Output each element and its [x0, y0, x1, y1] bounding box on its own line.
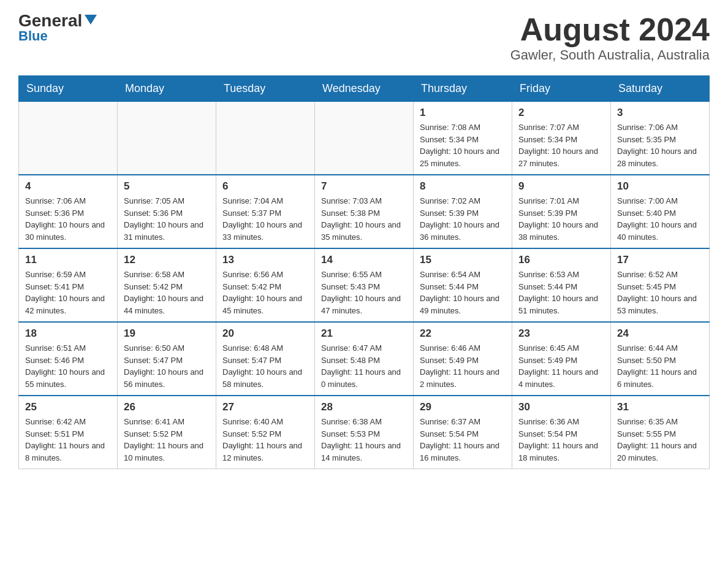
day-info: Sunrise: 6:35 AMSunset: 5:55 PMDaylight:…: [617, 416, 703, 464]
day-number: 31: [617, 401, 703, 413]
day-number: 25: [25, 401, 111, 413]
day-number: 12: [124, 254, 210, 266]
day-number: 30: [518, 401, 604, 413]
day-number: 13: [222, 254, 308, 266]
calendar-week-row-4: 18Sunrise: 6:51 AMSunset: 5:46 PMDayligh…: [19, 322, 710, 396]
day-info: Sunrise: 6:54 AMSunset: 5:44 PMDaylight:…: [420, 269, 506, 316]
day-info: Sunrise: 7:08 AMSunset: 5:34 PMDaylight:…: [420, 121, 506, 169]
calendar-cell: 2Sunrise: 7:07 AMSunset: 5:34 PMDaylight…: [512, 102, 611, 175]
day-info: Sunrise: 6:44 AMSunset: 5:50 PMDaylight:…: [617, 342, 703, 390]
day-info: Sunrise: 6:52 AMSunset: 5:45 PMDaylight:…: [617, 269, 703, 316]
day-number: 23: [518, 327, 604, 340]
calendar-cell: 8Sunrise: 7:02 AMSunset: 5:39 PMDaylight…: [414, 175, 512, 248]
day-info: Sunrise: 7:06 AMSunset: 5:36 PMDaylight:…: [25, 195, 111, 243]
calendar-cell: [19, 102, 118, 175]
day-info: Sunrise: 6:58 AMSunset: 5:42 PMDaylight:…: [124, 269, 210, 316]
day-number: 2: [518, 107, 604, 119]
logo-general-text: General: [18, 12, 82, 29]
day-info: Sunrise: 6:45 AMSunset: 5:49 PMDaylight:…: [518, 342, 604, 390]
day-number: 17: [617, 254, 703, 266]
calendar-week-row-1: 1Sunrise: 7:08 AMSunset: 5:34 PMDaylight…: [19, 102, 710, 175]
calendar-cell: 20Sunrise: 6:48 AMSunset: 5:47 PMDayligh…: [216, 322, 315, 396]
logo-triangle-icon: [85, 15, 97, 25]
page-header: General Blue August 2024 Gawler, South A…: [18, 12, 710, 63]
calendar-cell: 28Sunrise: 6:38 AMSunset: 5:53 PMDayligh…: [315, 396, 414, 469]
day-info: Sunrise: 6:48 AMSunset: 5:47 PMDaylight:…: [222, 342, 308, 390]
day-info: Sunrise: 7:04 AMSunset: 5:37 PMDaylight:…: [222, 195, 308, 243]
day-number: 26: [124, 401, 210, 413]
day-number: 28: [321, 401, 407, 413]
logo-blue-text: Blue: [18, 29, 48, 43]
day-number: 11: [25, 254, 111, 266]
calendar-week-row-5: 25Sunrise: 6:42 AMSunset: 5:51 PMDayligh…: [19, 396, 710, 469]
calendar-cell: 9Sunrise: 7:01 AMSunset: 5:39 PMDaylight…: [512, 175, 611, 248]
calendar-cell: 18Sunrise: 6:51 AMSunset: 5:46 PMDayligh…: [19, 322, 118, 396]
calendar-cell: 7Sunrise: 7:03 AMSunset: 5:38 PMDaylight…: [315, 175, 414, 248]
calendar-day-header-saturday: Saturday: [611, 76, 710, 102]
day-info: Sunrise: 6:56 AMSunset: 5:42 PMDaylight:…: [222, 269, 308, 316]
calendar-day-header-thursday: Thursday: [414, 76, 512, 102]
day-number: 24: [617, 327, 703, 340]
day-info: Sunrise: 6:41 AMSunset: 5:52 PMDaylight:…: [124, 416, 210, 464]
calendar-cell: 14Sunrise: 6:55 AMSunset: 5:43 PMDayligh…: [315, 248, 414, 322]
day-info: Sunrise: 7:02 AMSunset: 5:39 PMDaylight:…: [420, 195, 506, 243]
calendar-cell: 19Sunrise: 6:50 AMSunset: 5:47 PMDayligh…: [118, 322, 216, 396]
day-number: 20: [222, 327, 308, 340]
day-number: 10: [617, 180, 703, 193]
calendar-cell: 17Sunrise: 6:52 AMSunset: 5:45 PMDayligh…: [611, 248, 710, 322]
calendar-cell: 10Sunrise: 7:00 AMSunset: 5:40 PMDayligh…: [611, 175, 710, 248]
day-number: 7: [321, 180, 407, 193]
day-info: Sunrise: 6:47 AMSunset: 5:48 PMDaylight:…: [321, 342, 407, 390]
calendar-day-header-tuesday: Tuesday: [216, 76, 315, 102]
calendar-cell: 1Sunrise: 7:08 AMSunset: 5:34 PMDaylight…: [414, 102, 512, 175]
day-info: Sunrise: 6:50 AMSunset: 5:47 PMDaylight:…: [124, 342, 210, 390]
day-number: 5: [124, 180, 210, 193]
calendar-cell: 25Sunrise: 6:42 AMSunset: 5:51 PMDayligh…: [19, 396, 118, 469]
day-info: Sunrise: 6:40 AMSunset: 5:52 PMDaylight:…: [222, 416, 308, 464]
day-info: Sunrise: 6:55 AMSunset: 5:43 PMDaylight:…: [321, 269, 407, 316]
calendar-cell: 5Sunrise: 7:05 AMSunset: 5:36 PMDaylight…: [118, 175, 216, 248]
day-number: 4: [25, 180, 111, 193]
day-info: Sunrise: 6:53 AMSunset: 5:44 PMDaylight:…: [518, 269, 604, 316]
day-info: Sunrise: 6:36 AMSunset: 5:54 PMDaylight:…: [518, 416, 604, 464]
calendar-day-header-friday: Friday: [512, 76, 611, 102]
calendar-cell: [216, 102, 315, 175]
calendar-cell: 30Sunrise: 6:36 AMSunset: 5:54 PMDayligh…: [512, 396, 611, 469]
day-number: 1: [420, 107, 506, 119]
day-info: Sunrise: 6:46 AMSunset: 5:49 PMDaylight:…: [420, 342, 506, 390]
day-info: Sunrise: 6:59 AMSunset: 5:41 PMDaylight:…: [25, 269, 111, 316]
calendar-table: SundayMondayTuesdayWednesdayThursdayFrid…: [18, 75, 710, 469]
day-info: Sunrise: 7:01 AMSunset: 5:39 PMDaylight:…: [518, 195, 604, 243]
day-number: 14: [321, 254, 407, 266]
calendar-header-row: SundayMondayTuesdayWednesdayThursdayFrid…: [19, 76, 710, 102]
calendar-week-row-2: 4Sunrise: 7:06 AMSunset: 5:36 PMDaylight…: [19, 175, 710, 248]
calendar-day-header-wednesday: Wednesday: [315, 76, 414, 102]
calendar-day-header-monday: Monday: [118, 76, 216, 102]
logo: General Blue: [18, 12, 97, 43]
calendar-cell: 26Sunrise: 6:41 AMSunset: 5:52 PMDayligh…: [118, 396, 216, 469]
calendar-cell: 4Sunrise: 7:06 AMSunset: 5:36 PMDaylight…: [19, 175, 118, 248]
day-info: Sunrise: 6:38 AMSunset: 5:53 PMDaylight:…: [321, 416, 407, 464]
calendar-cell: 11Sunrise: 6:59 AMSunset: 5:41 PMDayligh…: [19, 248, 118, 322]
day-number: 3: [617, 107, 703, 119]
calendar-cell: 13Sunrise: 6:56 AMSunset: 5:42 PMDayligh…: [216, 248, 315, 322]
calendar-cell: 31Sunrise: 6:35 AMSunset: 5:55 PMDayligh…: [611, 396, 710, 469]
day-info: Sunrise: 7:03 AMSunset: 5:38 PMDaylight:…: [321, 195, 407, 243]
day-number: 29: [420, 401, 506, 413]
calendar-cell: 3Sunrise: 7:06 AMSunset: 5:35 PMDaylight…: [611, 102, 710, 175]
calendar-cell: 22Sunrise: 6:46 AMSunset: 5:49 PMDayligh…: [414, 322, 512, 396]
title-section: August 2024 Gawler, South Australia, Aus…: [510, 12, 710, 63]
calendar-cell: 12Sunrise: 6:58 AMSunset: 5:42 PMDayligh…: [118, 248, 216, 322]
day-number: 15: [420, 254, 506, 266]
calendar-day-header-sunday: Sunday: [19, 76, 118, 102]
calendar-cell: 27Sunrise: 6:40 AMSunset: 5:52 PMDayligh…: [216, 396, 315, 469]
calendar-cell: 6Sunrise: 7:04 AMSunset: 5:37 PMDaylight…: [216, 175, 315, 248]
day-number: 19: [124, 327, 210, 340]
calendar-cell: 15Sunrise: 6:54 AMSunset: 5:44 PMDayligh…: [414, 248, 512, 322]
location-subtitle: Gawler, South Australia, Australia: [510, 47, 710, 63]
day-number: 8: [420, 180, 506, 193]
day-number: 18: [25, 327, 111, 340]
day-number: 21: [321, 327, 407, 340]
day-info: Sunrise: 7:00 AMSunset: 5:40 PMDaylight:…: [617, 195, 703, 243]
calendar-cell: [118, 102, 216, 175]
